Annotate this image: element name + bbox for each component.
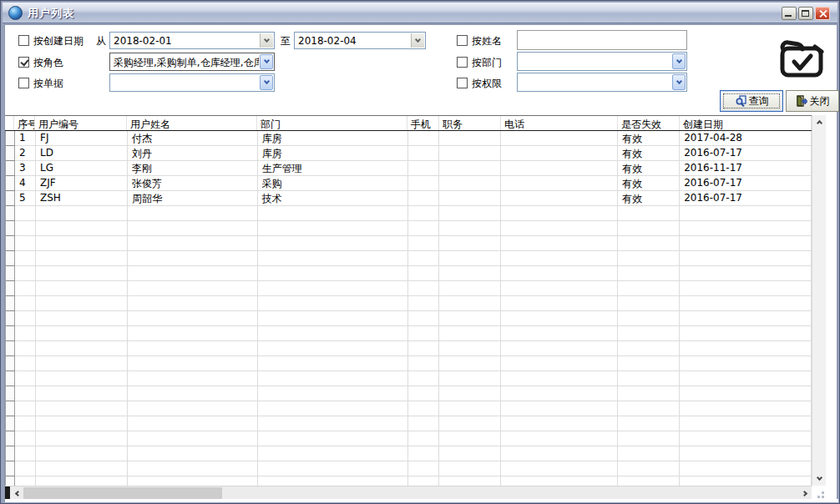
table-cell	[680, 476, 812, 486]
scroll-up-button[interactable]	[812, 115, 827, 129]
table-cell	[501, 251, 618, 266]
checkbox-by-document[interactable]	[18, 78, 29, 88]
row-indicator	[6, 476, 15, 486]
table-cell	[618, 251, 680, 266]
scroll-left-button[interactable]	[10, 486, 23, 500]
table-cell	[618, 326, 680, 341]
table-cell: 3	[15, 161, 36, 176]
chevron-down-icon[interactable]	[411, 33, 424, 48]
table-row[interactable]: 3LG李刚生产管理有效2016-11-17	[6, 161, 812, 176]
table-cell	[680, 416, 812, 431]
checkbox-by-name[interactable]	[457, 35, 468, 46]
titlebar[interactable]: 用户列表	[3, 3, 837, 23]
horizontal-scrollbar-thumb[interactable]	[23, 487, 222, 499]
table-cell	[408, 356, 440, 371]
row-indicator	[6, 296, 15, 311]
role-combobox[interactable]: 采购经理,采购制单,仓库经理,仓库	[109, 53, 275, 71]
close-window-button[interactable]	[815, 7, 830, 20]
table-cell	[258, 476, 408, 486]
table-cell	[439, 386, 501, 401]
table-cell	[501, 386, 618, 401]
column-header[interactable]: 创建日期	[680, 116, 812, 130]
column-header[interactable]: 电话	[501, 116, 618, 130]
column-header[interactable]: 手机	[407, 116, 439, 130]
table-header-row: 序号用户编号用户姓名部门手机职务电话是否失效创建日期	[5, 115, 812, 131]
checkbox-by-role[interactable]	[18, 57, 29, 68]
name-input[interactable]	[517, 30, 687, 50]
checkbox-by-create-date[interactable]	[18, 35, 29, 46]
table-cell	[128, 476, 258, 486]
row-indicator	[6, 251, 15, 266]
date-from-combobox[interactable]: 2018-02-01	[109, 32, 275, 49]
header-indicator-cell[interactable]	[5, 116, 14, 130]
table-cell	[36, 341, 128, 356]
label-to: 至	[281, 34, 291, 48]
close-button[interactable]: 关闭	[786, 90, 839, 112]
vertical-scrollbar[interactable]	[812, 115, 826, 486]
table-cell: 库房	[258, 146, 408, 161]
maximize-button[interactable]	[798, 7, 813, 20]
table-cell	[618, 236, 680, 251]
table-cell	[439, 176, 501, 191]
table-cell	[501, 371, 618, 386]
table-cell	[258, 281, 408, 296]
column-header[interactable]: 用户编号	[35, 116, 127, 130]
table-cell	[36, 251, 128, 266]
resize-grip[interactable]	[813, 487, 825, 499]
table-cell	[15, 356, 36, 371]
table-row[interactable]: 1FJ付杰库房有效2017-04-28	[6, 131, 812, 146]
chevron-down-icon[interactable]	[260, 54, 273, 69]
table-cell	[680, 296, 812, 311]
table-cell	[408, 281, 440, 296]
minimize-button[interactable]	[782, 7, 797, 20]
chevron-down-icon[interactable]	[260, 75, 273, 90]
close-button-label: 关闭	[810, 94, 830, 108]
table-cell	[15, 416, 36, 431]
table-row-empty	[6, 446, 812, 461]
checkbox-by-permission[interactable]	[457, 78, 468, 88]
scroll-down-button[interactable]	[812, 472, 827, 486]
row-indicator	[6, 371, 15, 386]
date-to-combobox[interactable]: 2018-02-04	[294, 32, 426, 49]
row-indicator	[6, 431, 15, 446]
table-cell	[36, 266, 128, 281]
chevron-down-icon[interactable]	[672, 53, 686, 69]
table-cell	[680, 311, 812, 326]
column-header[interactable]: 职务	[439, 116, 501, 130]
user-list-window: 用户列表 按创建日期 从 2018-02-01 至 2018-02-04 按姓名…	[0, 0, 840, 504]
column-header[interactable]: 序号	[14, 116, 35, 130]
row-indicator	[6, 401, 15, 416]
table-cell	[618, 416, 680, 431]
permission-combobox[interactable]	[517, 73, 687, 92]
horizontal-scrollbar[interactable]	[5, 486, 812, 499]
row-indicator	[6, 131, 15, 146]
table-row[interactable]: 5ZSH周韶华技术有效2016-07-17	[6, 191, 812, 206]
checkbox-by-department[interactable]	[457, 57, 468, 68]
document-combobox[interactable]	[109, 73, 275, 92]
chevron-down-icon[interactable]	[260, 33, 273, 48]
scroll-right-button[interactable]	[798, 486, 812, 500]
table-cell	[618, 221, 680, 236]
table-row[interactable]: 4ZJF张俊芳采购有效2016-07-17	[6, 176, 812, 191]
table-cell	[36, 461, 128, 476]
table-cell	[258, 416, 408, 431]
column-header[interactable]: 部门	[257, 116, 407, 130]
table-cell	[618, 281, 680, 296]
column-header[interactable]: 用户姓名	[127, 116, 257, 130]
table-cell	[618, 356, 680, 371]
row-indicator	[6, 206, 15, 221]
table-cell	[501, 161, 618, 176]
query-button[interactable]: 查询	[720, 90, 783, 112]
chevron-down-icon[interactable]	[672, 74, 686, 90]
table-cell	[128, 326, 258, 341]
department-combobox[interactable]	[517, 52, 687, 71]
table-row[interactable]: 2LD刘丹库房有效2016-07-17	[6, 146, 812, 161]
table-cell	[408, 446, 440, 461]
table-cell	[680, 281, 812, 296]
role-combobox-value: 采购经理,采购制单,仓库经理,仓库	[114, 56, 259, 70]
column-header[interactable]: 是否失效	[618, 116, 680, 130]
table-cell	[258, 266, 408, 281]
table-cell	[258, 446, 408, 461]
table-cell	[36, 401, 128, 416]
table-cell	[408, 266, 440, 281]
